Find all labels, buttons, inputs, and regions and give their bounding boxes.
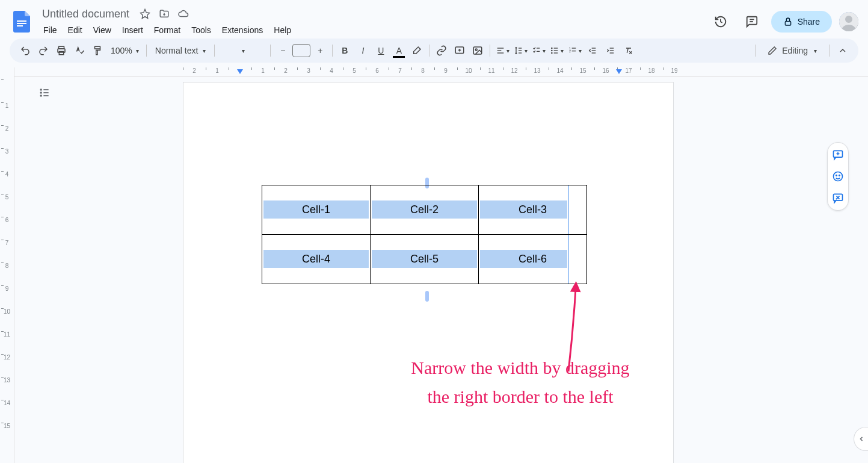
ruler-tick: 11 xyxy=(480,67,503,74)
menu-tools[interactable]: Tools xyxy=(186,23,216,37)
svg-rect-2 xyxy=(17,25,23,26)
ruler-tick xyxy=(0,79,14,102)
separator xyxy=(490,45,490,57)
menu-file[interactable]: File xyxy=(38,23,62,37)
underline-button[interactable]: U xyxy=(372,42,389,59)
svg-rect-5 xyxy=(785,21,790,25)
ruler-tick: 1 xyxy=(0,102,14,125)
ruler-tick: 3 xyxy=(297,67,320,74)
docs-logo-icon[interactable] xyxy=(10,10,34,34)
font-family-select[interactable] xyxy=(218,42,266,59)
ruler-tick: 13 xyxy=(526,67,549,74)
share-button[interactable]: Share xyxy=(771,11,832,33)
table-cell[interactable]: Cell-3 xyxy=(479,185,587,235)
font-size-input[interactable] xyxy=(292,44,310,57)
spellcheck-button[interactable] xyxy=(71,42,88,59)
outline-toggle-button[interactable] xyxy=(34,82,55,104)
ruler-tick: 19 xyxy=(663,67,686,74)
bulleted-list-button[interactable] xyxy=(548,42,565,59)
insert-image-button[interactable] xyxy=(469,42,486,59)
column-drag-guide[interactable] xyxy=(568,185,568,234)
right-indent-marker[interactable] xyxy=(616,69,622,75)
ruler-tick: 14 xyxy=(549,67,571,74)
table-row-handle-bottom[interactable] xyxy=(425,291,429,302)
side-panel-toggle[interactable] xyxy=(854,427,868,451)
ruler-tick: 12 xyxy=(503,67,526,74)
horizontal-ruler[interactable]: 2112345678910111213141516171819 xyxy=(14,67,868,77)
svg-rect-0 xyxy=(17,20,26,22)
svg-text:2: 2 xyxy=(569,49,571,53)
side-comment-toolbar xyxy=(827,142,849,211)
checklist-button[interactable] xyxy=(530,42,547,59)
editing-mode-button[interactable]: Editing xyxy=(760,42,824,59)
svg-point-42 xyxy=(40,89,42,90)
ruler-tick: 2 xyxy=(0,125,14,148)
ruler-tick: 10 xyxy=(0,308,14,331)
emoji-reaction-button[interactable] xyxy=(831,169,845,184)
line-spacing-button[interactable] xyxy=(512,42,529,59)
add-comment-side-button[interactable] xyxy=(831,148,845,162)
content-area: 123456789101112131415 211234567891011121… xyxy=(0,67,868,463)
ruler-tick: 4 xyxy=(320,67,343,74)
undo-button[interactable] xyxy=(17,42,34,59)
highlight-button[interactable] xyxy=(408,42,425,59)
ruler-tick: 8 xyxy=(411,67,434,74)
clear-formatting-button[interactable] xyxy=(620,42,637,59)
ruler-tick: 2 xyxy=(274,67,297,74)
suggest-edits-button[interactable] xyxy=(831,191,845,205)
paint-format-button[interactable] xyxy=(89,42,106,59)
paragraph-style-select[interactable]: Normal text xyxy=(150,42,211,59)
redo-button[interactable] xyxy=(35,42,52,59)
print-button[interactable] xyxy=(53,42,70,59)
table-cell[interactable]: Cell-1 xyxy=(262,185,371,235)
star-icon[interactable] xyxy=(138,7,152,21)
menu-bar: File Edit View Insert Format Tools Exten… xyxy=(38,23,709,37)
ruler-tick: 6 xyxy=(366,67,389,74)
bold-button[interactable]: B xyxy=(336,42,353,59)
menu-edit[interactable]: Edit xyxy=(63,23,87,37)
zoom-select[interactable]: 100% xyxy=(107,42,143,59)
italic-button[interactable]: I xyxy=(354,42,371,59)
table-cell[interactable]: Cell-5 xyxy=(371,235,479,284)
move-to-folder-icon[interactable] xyxy=(157,7,171,21)
title-area: Untitled document File Edit View Insert … xyxy=(38,7,709,37)
collapse-toolbar-button[interactable] xyxy=(834,42,851,59)
increase-font-button[interactable]: + xyxy=(312,42,328,59)
menu-format[interactable]: Format xyxy=(149,23,185,37)
ruler-tick: 18 xyxy=(640,67,663,74)
ruler-tick: 15 xyxy=(571,67,594,74)
ruler-tick: 7 xyxy=(0,240,14,263)
table-cell[interactable]: Cell-6 xyxy=(479,235,587,284)
menu-view[interactable]: View xyxy=(88,23,116,37)
comments-icon[interactable] xyxy=(740,10,764,34)
left-indent-marker[interactable] xyxy=(237,69,243,75)
decrease-font-button[interactable]: − xyxy=(274,42,291,59)
menu-insert[interactable]: Insert xyxy=(117,23,148,37)
svg-rect-1 xyxy=(17,23,26,24)
vertical-ruler[interactable]: 123456789101112131415 xyxy=(0,67,14,463)
menu-help[interactable]: Help xyxy=(269,23,296,37)
align-button[interactable] xyxy=(494,42,511,59)
cloud-status-icon[interactable] xyxy=(176,7,191,21)
add-comment-button[interactable] xyxy=(451,42,468,59)
separator xyxy=(755,45,756,57)
decrease-indent-button[interactable] xyxy=(584,42,601,59)
document-title[interactable]: Untitled document xyxy=(38,7,133,22)
ruler-tick: 16 xyxy=(594,67,617,74)
menu-extensions[interactable]: Extensions xyxy=(217,23,268,37)
column-drag-guide[interactable] xyxy=(568,235,568,284)
document-page[interactable]: Cell-1 Cell-2 Cell-3 Cell-4 Cell-5 Cell-… xyxy=(183,82,674,463)
separator xyxy=(332,45,333,57)
insert-link-button[interactable] xyxy=(433,42,450,59)
ruler-tick: 4 xyxy=(0,171,14,194)
user-avatar[interactable] xyxy=(839,12,858,31)
ruler-tick: 12 xyxy=(0,354,14,377)
increase-indent-button[interactable] xyxy=(602,42,619,59)
numbered-list-button[interactable]: 12 xyxy=(566,42,583,59)
document-table[interactable]: Cell-1 Cell-2 Cell-3 Cell-4 Cell-5 Cell-… xyxy=(262,185,587,284)
table-cell[interactable]: Cell-2 xyxy=(371,185,479,235)
table-cell[interactable]: Cell-4 xyxy=(262,235,371,284)
history-icon[interactable] xyxy=(709,10,733,34)
text-color-button[interactable]: A xyxy=(390,42,407,59)
separator xyxy=(270,45,271,57)
